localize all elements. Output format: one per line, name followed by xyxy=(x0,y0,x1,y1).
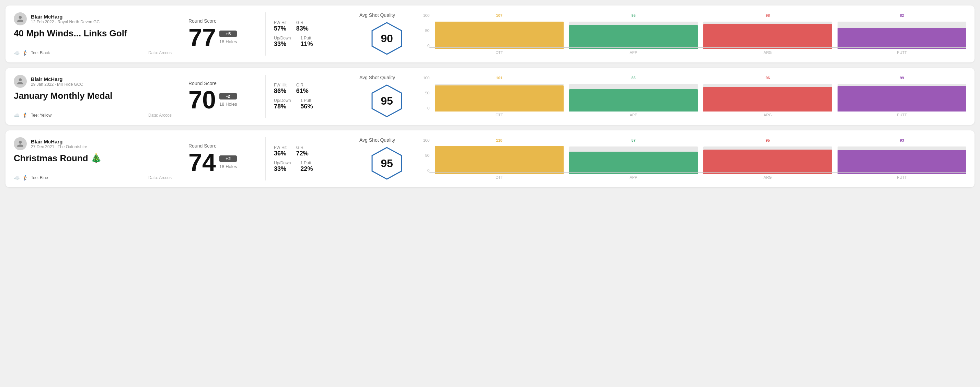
y-label-0: 0 xyxy=(420,44,430,48)
updown-value: 33% xyxy=(274,165,291,173)
tee-label: Tee: Black xyxy=(31,51,50,55)
chart-baseline xyxy=(430,110,966,110)
hexagon-container: 95 xyxy=(370,84,404,118)
y-label-0: 0 xyxy=(420,106,430,110)
bag-icon: 🏌 xyxy=(22,175,28,181)
user-meta: 27 Dec 2021 · The Oxfordshire xyxy=(31,144,87,149)
divider-3 xyxy=(351,137,351,181)
tee-label: Tee: Blue xyxy=(31,175,48,180)
score-diff-badge: +2 xyxy=(220,155,237,162)
chart-bar-putt: 99 PUTT xyxy=(838,76,966,117)
chart-bar-app: 86 APP xyxy=(569,76,698,117)
score-label: Round Score xyxy=(188,18,257,24)
bar-label-arg: ARG xyxy=(764,175,772,179)
gir-label: GIR xyxy=(296,82,309,87)
updown-value: 33% xyxy=(274,40,291,48)
bar-label-putt: PUTT xyxy=(897,113,907,117)
bar-label-putt: PUTT xyxy=(897,175,907,179)
y-label-0: 0 xyxy=(420,168,430,173)
fw-hit-label: FW Hit xyxy=(274,20,286,25)
fw-hit-label: FW Hit xyxy=(274,82,286,87)
chart-bar-ott: 107 OTT xyxy=(435,13,564,54)
divider-3 xyxy=(351,12,351,56)
data-source: Data: Arccos xyxy=(148,175,172,180)
y-label-50: 50 xyxy=(420,91,430,95)
bar-label-app: APP xyxy=(630,113,637,117)
oneputt-value: 56% xyxy=(300,103,313,110)
card-left: Blair McHarg 27 Dec 2021 · The Oxfordshi… xyxy=(14,137,172,181)
bar-label-arg: ARG xyxy=(764,51,772,54)
chart-y-axis: 100 50 0 xyxy=(420,13,430,54)
chart-area: 100 50 0 101 OTT 86 APP xyxy=(420,76,966,117)
user-row: Blair McHarg 12 Feb 2022 · Royal North D… xyxy=(14,12,172,25)
score-holes: 18 Holes xyxy=(220,102,237,107)
hexagon-container: 95 xyxy=(370,146,404,181)
user-row: Blair McHarg 27 Dec 2021 · The Oxfordshi… xyxy=(14,137,172,150)
oneputt-label: 1 Putt xyxy=(300,98,313,103)
bar-value-arg: 98 xyxy=(765,13,770,17)
stats-row-bottom: Up/Down 33% 1 Putt 22% xyxy=(274,160,342,173)
bar-value-ott: 110 xyxy=(496,138,502,143)
card-chart: 100 50 0 110 OTT 87 APP xyxy=(414,137,966,181)
data-source: Data: Arccos xyxy=(148,51,172,55)
chart-bar-ott: 110 OTT xyxy=(435,138,564,179)
tee-info: ☁️ 🏌 Tee: Blue xyxy=(14,175,48,181)
score-label: Round Score xyxy=(188,143,257,149)
fw-hit-stat: FW Hit 36% xyxy=(274,145,286,157)
hex-score: 95 xyxy=(381,95,393,107)
divider-1 xyxy=(180,75,180,118)
score-badge-group: +5 18 Holes xyxy=(220,30,237,44)
score-label: Round Score xyxy=(188,81,257,86)
weather-icon: ☁️ xyxy=(14,113,19,118)
bag-icon: 🏌 xyxy=(22,50,28,56)
divider-1 xyxy=(180,137,180,181)
user-name: Blair McHarg xyxy=(31,14,100,19)
y-label-50: 50 xyxy=(420,153,430,157)
user-row: Blair McHarg 29 Jan 2022 · Mill Ride GCC xyxy=(14,75,172,88)
updown-label: Up/Down xyxy=(274,160,291,165)
user-info: Blair McHarg 12 Feb 2022 · Royal North D… xyxy=(31,14,100,24)
gir-stat: GIR 72% xyxy=(296,145,309,157)
user-meta: 12 Feb 2022 · Royal North Devon GC xyxy=(31,19,100,24)
score-number: 77 xyxy=(188,25,216,50)
user-name: Blair McHarg xyxy=(31,139,87,144)
avatar xyxy=(14,12,27,25)
weather-icon: ☁️ xyxy=(14,50,19,56)
card-quality: Avg Shot Quality 90 xyxy=(360,12,414,56)
hex-score: 95 xyxy=(381,157,393,170)
card-left: Blair McHarg 12 Feb 2022 · Royal North D… xyxy=(14,12,172,56)
fw-hit-value: 57% xyxy=(274,25,286,32)
divider-2 xyxy=(265,75,266,118)
bar-value-arg: 96 xyxy=(765,76,770,80)
card-stats: FW Hit 57% GIR 83% Up/Down 33% 1 Putt 11… xyxy=(274,12,342,56)
stats-row-bottom: Up/Down 33% 1 Putt 11% xyxy=(274,36,342,48)
round-card-3: Blair McHarg 27 Dec 2021 · The Oxfordshi… xyxy=(5,130,975,187)
score-badge-group: -2 18 Holes xyxy=(220,93,237,107)
card-chart: 100 50 0 107 OTT 95 APP xyxy=(414,12,966,56)
oneputt-stat: 1 Putt 22% xyxy=(300,160,313,173)
bar-value-ott: 101 xyxy=(496,76,502,80)
card-score: Round Score 74 +2 18 Holes xyxy=(188,137,257,181)
bar-value-app: 95 xyxy=(631,13,635,17)
score-diff-badge: +5 xyxy=(220,30,237,37)
hexagon-container: 90 xyxy=(370,21,404,56)
bar-label-app: APP xyxy=(630,51,637,54)
fw-hit-label: FW Hit xyxy=(274,145,286,150)
score-main: 74 +2 18 Holes xyxy=(188,150,257,174)
y-label-100: 100 xyxy=(420,138,430,143)
data-source: Data: Arccos xyxy=(148,113,172,118)
chart-bar-arg: 95 ARG xyxy=(703,138,832,179)
card-score: Round Score 77 +5 18 Holes xyxy=(188,12,257,56)
weather-icon: ☁️ xyxy=(14,175,19,181)
card-footer: ☁️ 🏌 Tee: Blue Data: Arccos xyxy=(14,175,172,181)
fw-hit-stat: FW Hit 86% xyxy=(274,82,286,95)
fw-hit-value: 86% xyxy=(274,87,286,95)
oneputt-stat: 1 Putt 11% xyxy=(300,36,313,48)
avatar xyxy=(14,137,27,150)
chart-bar-putt: 82 PUTT xyxy=(838,13,966,54)
divider-2 xyxy=(265,137,266,181)
score-main: 70 -2 18 Holes xyxy=(188,87,257,112)
fw-hit-value: 36% xyxy=(274,150,286,157)
chart-bar-putt: 93 PUTT xyxy=(838,138,966,179)
bar-label-ott: OTT xyxy=(496,175,503,179)
